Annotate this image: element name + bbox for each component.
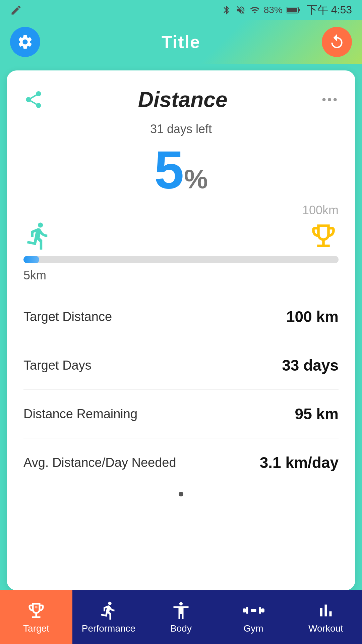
stat-label-target-distance: Target Distance bbox=[23, 310, 112, 324]
status-pencil bbox=[10, 4, 22, 16]
stat-row-avg-distance: Avg. Distance/Day Needed 3.1 km/day bbox=[23, 438, 339, 487]
progress-bar-container bbox=[7, 256, 355, 263]
status-bar: 83% 下午 4:53 bbox=[0, 0, 362, 20]
refresh-button[interactable] bbox=[322, 27, 352, 57]
scroll-dot bbox=[179, 492, 183, 496]
time-display: 下午 4:53 bbox=[307, 3, 352, 17]
settings-button[interactable] bbox=[10, 27, 40, 57]
progress-bar-track bbox=[23, 256, 339, 263]
trophy-nav-icon bbox=[26, 600, 46, 621]
days-left: 31 days left bbox=[7, 122, 355, 136]
main-card: Distance ••• 31 days left 5% 100km 5km bbox=[7, 70, 355, 590]
progress-label: 5km bbox=[7, 268, 355, 282]
svg-rect-2 bbox=[287, 8, 297, 12]
card-header: Distance ••• bbox=[7, 70, 355, 119]
svg-point-3 bbox=[321, 229, 325, 232]
svg-rect-6 bbox=[246, 607, 248, 614]
progress-icons bbox=[7, 221, 355, 251]
stat-row-target-distance: Target Distance 100 km bbox=[23, 292, 339, 341]
runner-icon bbox=[23, 221, 54, 251]
share-button[interactable] bbox=[23, 90, 44, 110]
nav-item-performance[interactable]: Performance bbox=[72, 590, 145, 644]
svg-rect-1 bbox=[298, 9, 300, 11]
stat-value-distance-remaining: 95 km bbox=[295, 405, 339, 423]
performance-nav-icon bbox=[99, 600, 119, 621]
svg-rect-8 bbox=[259, 607, 261, 614]
gym-nav-icon bbox=[243, 600, 264, 621]
battery-text: 83% bbox=[264, 5, 283, 15]
nav-item-body[interactable]: Body bbox=[145, 590, 217, 644]
stat-value-target-days: 33 days bbox=[282, 356, 339, 374]
nav-label-gym: Gym bbox=[243, 623, 263, 634]
card-title: Distance bbox=[138, 87, 228, 112]
stat-row-target-days: Target Days 33 days bbox=[23, 341, 339, 390]
nav-item-gym[interactable]: Gym bbox=[217, 590, 290, 644]
stat-row-distance-remaining: Distance Remaining 95 km bbox=[23, 390, 339, 438]
more-options-button[interactable]: ••• bbox=[322, 93, 339, 107]
nav-item-workout[interactable]: Workout bbox=[290, 590, 362, 644]
nav-label-performance: Performance bbox=[82, 623, 135, 634]
workout-nav-icon bbox=[316, 600, 336, 621]
page-title: Title bbox=[162, 32, 200, 52]
status-right: 83% 下午 4:53 bbox=[222, 3, 352, 17]
percentage-display: 5% bbox=[7, 143, 355, 197]
progress-bar-fill bbox=[23, 256, 39, 263]
stat-label-avg-distance: Avg. Distance/Day Needed bbox=[23, 455, 176, 470]
stat-label-distance-remaining: Distance Remaining bbox=[23, 407, 137, 421]
stat-label-target-days: Target Days bbox=[23, 358, 92, 373]
svg-rect-9 bbox=[261, 608, 264, 612]
percentage-number: 5 bbox=[154, 140, 184, 200]
goal-target: 100km bbox=[7, 203, 355, 217]
svg-rect-5 bbox=[243, 608, 246, 612]
bottom-nav: Target Performance Body bbox=[0, 590, 362, 644]
nav-label-body: Body bbox=[170, 623, 192, 634]
app-header: Title bbox=[0, 20, 362, 64]
trophy-icon bbox=[308, 221, 339, 251]
stat-value-avg-distance: 3.1 km/day bbox=[260, 453, 339, 472]
svg-rect-7 bbox=[251, 609, 256, 612]
scroll-indicator bbox=[7, 487, 355, 503]
nav-label-workout: Workout bbox=[308, 623, 343, 634]
stats-section: Target Distance 100 km Target Days 33 da… bbox=[7, 292, 355, 487]
percentage-symbol: % bbox=[184, 164, 208, 194]
svg-point-4 bbox=[35, 606, 38, 608]
nav-item-target[interactable]: Target bbox=[0, 590, 72, 644]
nav-label-target: Target bbox=[23, 623, 49, 634]
stat-value-target-distance: 100 km bbox=[286, 308, 339, 326]
body-nav-icon bbox=[171, 600, 191, 621]
